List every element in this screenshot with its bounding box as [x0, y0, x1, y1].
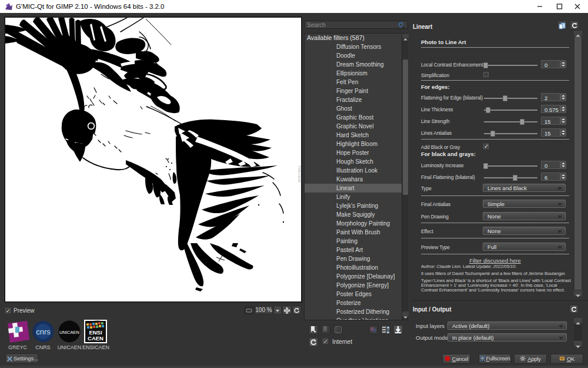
svg-text:cnrs: cnrs: [36, 327, 51, 336]
svg-text:PREVIEW: PREVIEW: [298, 166, 301, 183]
svg-text:CAEN: CAEN: [88, 335, 103, 342]
svg-text:UNICAEN: UNICAEN: [59, 330, 79, 335]
svg-text:0→: 0→: [336, 330, 340, 333]
